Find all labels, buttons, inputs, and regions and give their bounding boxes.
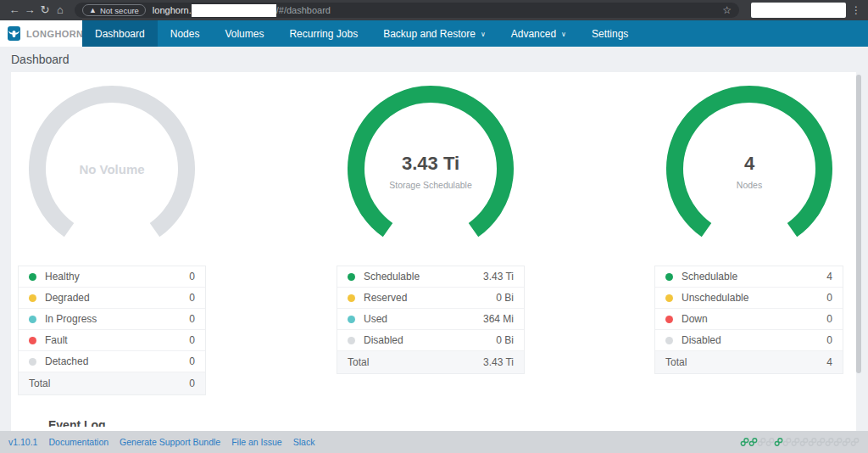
gauge-chart: 4Nodes	[654, 86, 843, 252]
legend-label: Schedulable	[364, 271, 420, 282]
tab-backup-and-restore[interactable]: Backup and Restore∨	[370, 20, 498, 47]
chain-link-icon	[850, 437, 860, 447]
footer-link-file-an-issue[interactable]: File an Issue	[231, 437, 282, 447]
reload-icon[interactable]: ↻	[37, 0, 53, 20]
legend-value: 0 Bi	[496, 292, 514, 304]
status-dot-icon	[29, 316, 36, 323]
legend-value: 0	[826, 292, 832, 304]
legend-label: Down	[682, 313, 708, 325]
legend-value: 4	[826, 271, 832, 282]
footer-indicators	[741, 437, 860, 447]
total-label: Total	[348, 356, 369, 368]
legend-table: Schedulable3.43 TiReserved0 BiUsed364 Mi…	[337, 266, 525, 374]
legend-value: 0	[189, 292, 195, 304]
legend-row-disabled: Disabled0 Bi	[337, 330, 524, 351]
tab-volumes[interactable]: Volumes	[212, 20, 276, 47]
status-dot-icon	[665, 294, 673, 302]
legend-row-fault: Fault0	[19, 330, 205, 351]
svg-text:3.43 Ti: 3.43 Ti	[402, 153, 459, 174]
not-secure-chip[interactable]: ▲ Not secure	[82, 4, 146, 16]
app-nav: LONGHORN DashboardNodesVolumesRecurring …	[0, 20, 868, 47]
footer-link-documentation[interactable]: Documentation	[48, 437, 108, 447]
browser-menu-icon[interactable]: ⋮	[851, 4, 861, 16]
legend-row-in-progress: In Progress0	[19, 309, 205, 330]
status-dot-icon	[29, 294, 36, 302]
legend-row-detached: Detached0	[19, 351, 205, 372]
status-dot-icon	[665, 337, 673, 344]
legend-value: 0 Bi	[496, 334, 514, 346]
legend-value: 364 Mi	[483, 313, 514, 325]
status-dot-icon	[29, 337, 36, 344]
legend-total-row: Total3.43 Ti	[337, 351, 524, 373]
total-value: 0	[189, 378, 195, 389]
browser-toolbar: ← → ↻ ⌂ ▲ Not secure longhorn. /#/dashbo…	[0, 0, 868, 20]
total-label: Total	[29, 378, 50, 389]
total-value: 3.43 Ti	[483, 356, 514, 368]
not-secure-label: Not secure	[100, 6, 139, 15]
page-scrollbar[interactable]	[856, 75, 861, 373]
legend-value: 3.43 Ti	[483, 271, 514, 282]
legend-row-schedulable: Schedulable3.43 Ti	[337, 266, 524, 288]
legend-label: Detached	[45, 355, 88, 367]
footer-link-generate-support-bundle[interactable]: Generate Support Bundle	[120, 437, 220, 447]
legend-label: Healthy	[45, 271, 80, 282]
legend-row-disabled: Disabled0	[655, 330, 843, 351]
svg-text:Nodes: Nodes	[736, 180, 761, 190]
tab-settings[interactable]: Settings	[579, 20, 641, 47]
forward-icon[interactable]: →	[22, 0, 37, 20]
gauge-chart: 3.43 TiStorage Schedulable	[337, 86, 525, 252]
tab-label: Backup and Restore	[383, 28, 476, 40]
legend-label: Used	[364, 313, 387, 325]
url-host: longhorn.	[153, 5, 192, 15]
legend-row-healthy: Healthy0	[19, 266, 205, 288]
tab-recurring-jobs[interactable]: Recurring Jobs	[276, 20, 370, 47]
legend-total-row: Total4	[655, 351, 843, 373]
event-log-heading: Event Log	[48, 418, 106, 427]
status-dot-icon	[29, 273, 36, 281]
svg-text:No Volume: No Volume	[79, 162, 144, 176]
legend-value: 0	[189, 313, 195, 325]
legend-row-used: Used364 Mi	[337, 309, 524, 330]
legend-label: Fault	[45, 334, 68, 346]
status-dot-icon	[348, 337, 355, 344]
legend-value: 0	[189, 271, 195, 282]
bookmark-star-icon[interactable]: ☆	[722, 4, 732, 16]
tab-dashboard[interactable]: Dashboard	[82, 20, 158, 47]
footer-link-slack[interactable]: Slack	[293, 437, 315, 447]
legend-label: In Progress	[45, 313, 97, 325]
toolbar-redacted-box	[751, 3, 846, 18]
brand-name: LONGHORN	[26, 29, 83, 39]
tab-label: Volumes	[225, 28, 264, 40]
footer-link-v1.10.1[interactable]: v1.10.1	[8, 437, 37, 447]
page-title: Dashboard	[11, 53, 70, 66]
legend-value: 0	[189, 334, 195, 346]
tab-advanced[interactable]: Advanced∨	[498, 20, 579, 47]
tab-nodes[interactable]: Nodes	[158, 20, 213, 47]
chevron-down-icon: ∨	[481, 31, 486, 38]
legend-label: Schedulable	[682, 271, 737, 282]
legend-table: Schedulable4Unschedulable0Down0Disabled0…	[654, 266, 843, 374]
nav-tabs: DashboardNodesVolumesRecurring JobsBacku…	[82, 20, 641, 47]
status-dot-icon	[29, 358, 36, 366]
url-redacted-box	[192, 4, 276, 17]
brand[interactable]: LONGHORN	[0, 20, 82, 47]
home-icon[interactable]: ⌂	[53, 0, 68, 20]
footer-links: v1.10.1DocumentationGenerate Support Bun…	[8, 437, 326, 447]
legend-row-degraded: Degraded0	[19, 288, 205, 309]
status-dot-icon	[665, 316, 673, 323]
legend-row-down: Down0	[655, 309, 843, 330]
legend-value: 0	[189, 355, 195, 367]
status-dot-icon	[348, 273, 355, 281]
legend-label: Reserved	[364, 292, 407, 304]
tab-label: Advanced	[511, 28, 556, 40]
svg-text:Storage Schedulable: Storage Schedulable	[389, 180, 472, 190]
address-bar[interactable]: ▲ Not secure longhorn. /#/dashboard ☆	[75, 3, 739, 18]
legend-label: Degraded	[45, 292, 90, 304]
legend-row-reserved: Reserved0 Bi	[337, 288, 524, 309]
tab-label: Settings	[592, 28, 628, 40]
legend-value: 0	[826, 334, 832, 346]
tab-label: Nodes	[170, 28, 200, 40]
total-value: 4	[826, 356, 832, 368]
longhorn-logo-icon	[8, 26, 20, 41]
back-icon[interactable]: ←	[7, 0, 22, 20]
